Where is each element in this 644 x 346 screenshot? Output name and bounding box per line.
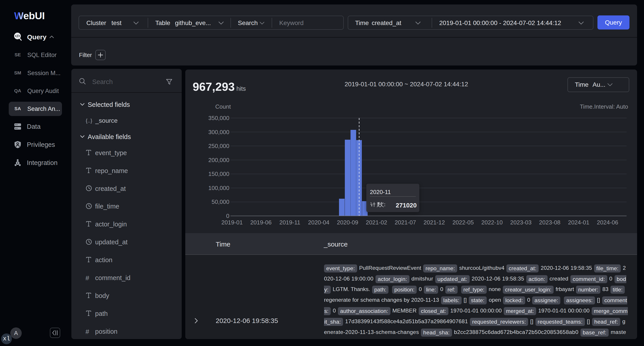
svg-text:2019-11: 2019-11 bbox=[279, 219, 300, 226]
svg-text:100,000: 100,000 bbox=[208, 185, 229, 191]
svg-text:2023-08: 2023-08 bbox=[539, 219, 560, 226]
svg-text:2019-06: 2019-06 bbox=[250, 219, 272, 226]
svg-text:150,000: 150,000 bbox=[208, 171, 229, 177]
svg-text:50,000: 50,000 bbox=[212, 198, 229, 205]
svg-text:2021-07: 2021-07 bbox=[395, 219, 416, 226]
svg-text:2022-05: 2022-05 bbox=[452, 219, 474, 226]
svg-text:350,000: 350,000 bbox=[208, 115, 229, 121]
svg-text:0: 0 bbox=[226, 212, 229, 219]
svg-text:250,000: 250,000 bbox=[208, 143, 229, 149]
svg-text:2021-02: 2021-02 bbox=[366, 219, 387, 226]
svg-text:2023-03: 2023-03 bbox=[510, 219, 532, 226]
svg-text:200,000: 200,000 bbox=[208, 157, 229, 163]
svg-text:300,000: 300,000 bbox=[208, 129, 229, 136]
svg-text:2024-01: 2024-01 bbox=[568, 219, 589, 226]
svg-text:2019-01: 2019-01 bbox=[221, 219, 242, 226]
svg-text:2022-10: 2022-10 bbox=[481, 219, 502, 226]
svg-text:2024-06: 2024-06 bbox=[597, 219, 618, 226]
svg-text:2020-04: 2020-04 bbox=[308, 219, 329, 226]
svg-text:2021-12: 2021-12 bbox=[424, 219, 445, 226]
svg-text:2020-09: 2020-09 bbox=[337, 219, 358, 226]
